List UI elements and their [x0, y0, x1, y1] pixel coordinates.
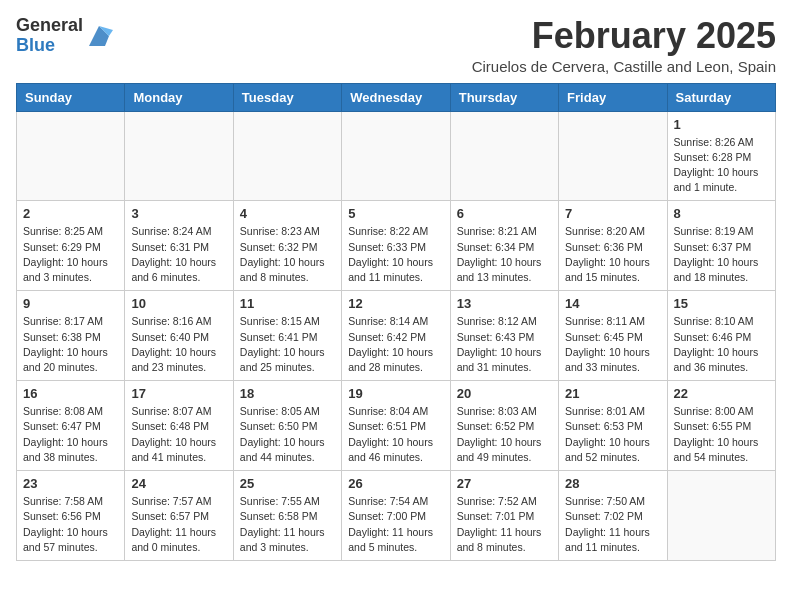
calendar-cell: 25Sunrise: 7:55 AM Sunset: 6:58 PM Dayli…	[233, 471, 341, 561]
day-info: Sunrise: 8:19 AM Sunset: 6:37 PM Dayligh…	[674, 224, 769, 285]
calendar-week-0: 1Sunrise: 8:26 AM Sunset: 6:28 PM Daylig…	[17, 111, 776, 201]
day-number: 14	[565, 296, 660, 311]
logo-text: General Blue	[16, 16, 83, 56]
day-info: Sunrise: 8:12 AM Sunset: 6:43 PM Dayligh…	[457, 314, 552, 375]
day-info: Sunrise: 8:25 AM Sunset: 6:29 PM Dayligh…	[23, 224, 118, 285]
day-info: Sunrise: 7:52 AM Sunset: 7:01 PM Dayligh…	[457, 494, 552, 555]
calendar-cell	[342, 111, 450, 201]
title-block: February 2025 Ciruelos de Cervera, Casti…	[472, 16, 776, 75]
calendar-cell	[17, 111, 125, 201]
calendar-cell: 15Sunrise: 8:10 AM Sunset: 6:46 PM Dayli…	[667, 291, 775, 381]
day-number: 17	[131, 386, 226, 401]
day-info: Sunrise: 8:03 AM Sunset: 6:52 PM Dayligh…	[457, 404, 552, 465]
day-number: 10	[131, 296, 226, 311]
calendar-cell: 1Sunrise: 8:26 AM Sunset: 6:28 PM Daylig…	[667, 111, 775, 201]
day-number: 28	[565, 476, 660, 491]
day-number: 26	[348, 476, 443, 491]
day-number: 20	[457, 386, 552, 401]
location: Ciruelos de Cervera, Castille and Leon, …	[472, 58, 776, 75]
day-info: Sunrise: 7:57 AM Sunset: 6:57 PM Dayligh…	[131, 494, 226, 555]
day-number: 8	[674, 206, 769, 221]
calendar-cell	[667, 471, 775, 561]
calendar-cell	[233, 111, 341, 201]
day-info: Sunrise: 8:21 AM Sunset: 6:34 PM Dayligh…	[457, 224, 552, 285]
day-info: Sunrise: 8:01 AM Sunset: 6:53 PM Dayligh…	[565, 404, 660, 465]
day-number: 18	[240, 386, 335, 401]
day-info: Sunrise: 7:54 AM Sunset: 7:00 PM Dayligh…	[348, 494, 443, 555]
day-number: 27	[457, 476, 552, 491]
calendar-cell: 6Sunrise: 8:21 AM Sunset: 6:34 PM Daylig…	[450, 201, 558, 291]
calendar-week-2: 9Sunrise: 8:17 AM Sunset: 6:38 PM Daylig…	[17, 291, 776, 381]
calendar-cell: 13Sunrise: 8:12 AM Sunset: 6:43 PM Dayli…	[450, 291, 558, 381]
day-info: Sunrise: 7:55 AM Sunset: 6:58 PM Dayligh…	[240, 494, 335, 555]
day-info: Sunrise: 8:04 AM Sunset: 6:51 PM Dayligh…	[348, 404, 443, 465]
day-number: 1	[674, 117, 769, 132]
day-number: 11	[240, 296, 335, 311]
calendar-cell: 18Sunrise: 8:05 AM Sunset: 6:50 PM Dayli…	[233, 381, 341, 471]
day-number: 15	[674, 296, 769, 311]
day-info: Sunrise: 8:23 AM Sunset: 6:32 PM Dayligh…	[240, 224, 335, 285]
weekday-header-sunday: Sunday	[17, 83, 125, 111]
calendar-table: SundayMondayTuesdayWednesdayThursdayFrid…	[16, 83, 776, 561]
calendar-cell: 23Sunrise: 7:58 AM Sunset: 6:56 PM Dayli…	[17, 471, 125, 561]
logo: General Blue	[16, 16, 113, 56]
calendar-cell: 20Sunrise: 8:03 AM Sunset: 6:52 PM Dayli…	[450, 381, 558, 471]
day-info: Sunrise: 7:58 AM Sunset: 6:56 PM Dayligh…	[23, 494, 118, 555]
calendar-cell: 5Sunrise: 8:22 AM Sunset: 6:33 PM Daylig…	[342, 201, 450, 291]
page-header: General Blue February 2025 Ciruelos de C…	[16, 16, 776, 75]
day-number: 21	[565, 386, 660, 401]
day-number: 22	[674, 386, 769, 401]
day-info: Sunrise: 8:20 AM Sunset: 6:36 PM Dayligh…	[565, 224, 660, 285]
month-year: February 2025	[472, 16, 776, 56]
day-number: 16	[23, 386, 118, 401]
day-number: 4	[240, 206, 335, 221]
calendar-cell: 22Sunrise: 8:00 AM Sunset: 6:55 PM Dayli…	[667, 381, 775, 471]
calendar-cell: 4Sunrise: 8:23 AM Sunset: 6:32 PM Daylig…	[233, 201, 341, 291]
day-number: 25	[240, 476, 335, 491]
calendar-cell: 12Sunrise: 8:14 AM Sunset: 6:42 PM Dayli…	[342, 291, 450, 381]
day-number: 6	[457, 206, 552, 221]
calendar-cell	[450, 111, 558, 201]
day-info: Sunrise: 8:22 AM Sunset: 6:33 PM Dayligh…	[348, 224, 443, 285]
day-info: Sunrise: 8:16 AM Sunset: 6:40 PM Dayligh…	[131, 314, 226, 375]
day-info: Sunrise: 8:07 AM Sunset: 6:48 PM Dayligh…	[131, 404, 226, 465]
day-number: 24	[131, 476, 226, 491]
calendar-cell: 26Sunrise: 7:54 AM Sunset: 7:00 PM Dayli…	[342, 471, 450, 561]
day-info: Sunrise: 8:24 AM Sunset: 6:31 PM Dayligh…	[131, 224, 226, 285]
weekday-header-row: SundayMondayTuesdayWednesdayThursdayFrid…	[17, 83, 776, 111]
weekday-header-wednesday: Wednesday	[342, 83, 450, 111]
day-info: Sunrise: 8:10 AM Sunset: 6:46 PM Dayligh…	[674, 314, 769, 375]
logo-icon	[85, 22, 113, 50]
day-info: Sunrise: 8:11 AM Sunset: 6:45 PM Dayligh…	[565, 314, 660, 375]
day-number: 12	[348, 296, 443, 311]
calendar-cell: 21Sunrise: 8:01 AM Sunset: 6:53 PM Dayli…	[559, 381, 667, 471]
calendar-cell: 10Sunrise: 8:16 AM Sunset: 6:40 PM Dayli…	[125, 291, 233, 381]
day-number: 7	[565, 206, 660, 221]
day-number: 19	[348, 386, 443, 401]
calendar-cell: 8Sunrise: 8:19 AM Sunset: 6:37 PM Daylig…	[667, 201, 775, 291]
calendar-week-4: 23Sunrise: 7:58 AM Sunset: 6:56 PM Dayli…	[17, 471, 776, 561]
day-number: 13	[457, 296, 552, 311]
day-info: Sunrise: 8:26 AM Sunset: 6:28 PM Dayligh…	[674, 135, 769, 196]
day-info: Sunrise: 8:05 AM Sunset: 6:50 PM Dayligh…	[240, 404, 335, 465]
weekday-header-monday: Monday	[125, 83, 233, 111]
weekday-header-saturday: Saturday	[667, 83, 775, 111]
day-info: Sunrise: 8:08 AM Sunset: 6:47 PM Dayligh…	[23, 404, 118, 465]
day-number: 23	[23, 476, 118, 491]
calendar-cell: 27Sunrise: 7:52 AM Sunset: 7:01 PM Dayli…	[450, 471, 558, 561]
day-info: Sunrise: 8:00 AM Sunset: 6:55 PM Dayligh…	[674, 404, 769, 465]
calendar-cell	[559, 111, 667, 201]
calendar-cell: 7Sunrise: 8:20 AM Sunset: 6:36 PM Daylig…	[559, 201, 667, 291]
calendar-cell	[125, 111, 233, 201]
calendar-cell: 3Sunrise: 8:24 AM Sunset: 6:31 PM Daylig…	[125, 201, 233, 291]
calendar-cell: 19Sunrise: 8:04 AM Sunset: 6:51 PM Dayli…	[342, 381, 450, 471]
calendar-cell: 11Sunrise: 8:15 AM Sunset: 6:41 PM Dayli…	[233, 291, 341, 381]
day-info: Sunrise: 7:50 AM Sunset: 7:02 PM Dayligh…	[565, 494, 660, 555]
calendar-cell: 16Sunrise: 8:08 AM Sunset: 6:47 PM Dayli…	[17, 381, 125, 471]
day-number: 5	[348, 206, 443, 221]
calendar-week-3: 16Sunrise: 8:08 AM Sunset: 6:47 PM Dayli…	[17, 381, 776, 471]
day-info: Sunrise: 8:14 AM Sunset: 6:42 PM Dayligh…	[348, 314, 443, 375]
calendar-week-1: 2Sunrise: 8:25 AM Sunset: 6:29 PM Daylig…	[17, 201, 776, 291]
day-number: 9	[23, 296, 118, 311]
day-number: 2	[23, 206, 118, 221]
